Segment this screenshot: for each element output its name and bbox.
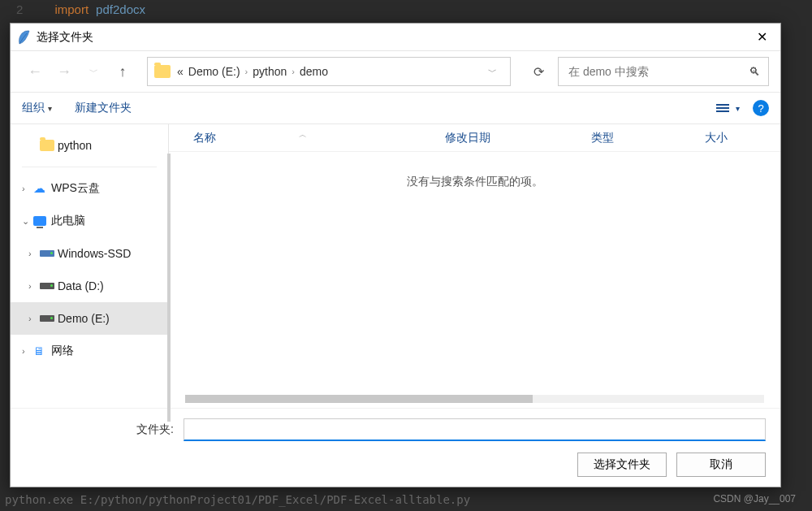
tree-label: Data (D:) — [58, 279, 104, 292]
help-button[interactable]: ? — [753, 100, 769, 116]
folder-picker-dialog: 选择文件夹 ✕ ← → ﹀ ↑ « Demo (E:) › python › d… — [10, 23, 781, 487]
tree-item-drive-d[interactable]: › Data (D:) — [11, 270, 168, 302]
title-bar: 选择文件夹 ✕ — [11, 24, 780, 51]
toolbar: 组织▾ 新建文件夹 ▾ ? — [11, 92, 780, 124]
tree-item-wps-cloud[interactable]: ›☁ WPS云盘 — [11, 172, 168, 205]
tree-item-this-pc[interactable]: ⌄ 此电脑 — [11, 205, 168, 237]
module-name: pdf2docx — [96, 2, 145, 16]
tree-label: 此电脑 — [51, 214, 85, 228]
up-button[interactable]: ↑ — [110, 58, 136, 84]
scrollbar-thumb[interactable] — [185, 395, 533, 403]
button-row: 选择文件夹 取消 — [25, 453, 766, 477]
tree-item-drive-c[interactable]: › Windows-SSD — [11, 237, 168, 270]
folder-icon — [154, 65, 171, 78]
breadcrumb-dropdown[interactable]: ﹀ — [482, 66, 503, 78]
search-icon[interactable]: 🔍︎ — [749, 65, 760, 78]
select-folder-button[interactable]: 选择文件夹 — [577, 453, 667, 477]
column-size[interactable]: 大小 — [680, 131, 780, 145]
cancel-button[interactable]: 取消 — [676, 453, 766, 477]
empty-message: 没有与搜索条件匹配的项。 — [169, 175, 780, 189]
monitor-icon — [33, 216, 46, 226]
line-number: 2 — [16, 2, 23, 16]
navigation-tree: python ›☁ WPS云盘 ⌄ 此电脑 › Windows-SSD › Da… — [11, 124, 169, 408]
forward-button[interactable]: → — [51, 58, 77, 84]
column-name[interactable]: 名称 ︿ — [169, 131, 421, 145]
tree-item-network[interactable]: ›🖥 网络 — [11, 335, 168, 367]
tree-label: Windows-SSD — [58, 247, 131, 260]
chevron-down-icon: ▾ — [48, 104, 52, 113]
chevron-right-icon: › — [245, 67, 248, 76]
dialog-footer: 文件夹: 选择文件夹 取消 — [11, 408, 780, 487]
close-button[interactable]: ✕ — [749, 29, 774, 45]
address-bar[interactable]: « Demo (E:) › python › demo ﹀ — [147, 57, 511, 86]
view-options-button[interactable] — [713, 102, 732, 114]
terminal-output: python.exe E:/python/pythonProject01/PDF… — [0, 493, 812, 511]
organize-label: 组织 — [22, 101, 45, 114]
chevron-right-icon: › — [292, 67, 295, 76]
tree-label: 网络 — [51, 344, 74, 358]
column-label: 名称 — [193, 131, 216, 144]
navigation-row: ← → ﹀ ↑ « Demo (E:) › python › demo ﹀ ⟳ … — [11, 51, 780, 92]
tree-item-drive-e[interactable]: › Demo (E:) — [11, 302, 168, 335]
organize-menu[interactable]: 组织▾ — [22, 101, 52, 115]
refresh-button[interactable]: ⟳ — [522, 57, 555, 86]
folder-name-row: 文件夹: — [25, 418, 766, 441]
column-type[interactable]: 类型 — [567, 131, 680, 145]
drive-icon — [40, 250, 54, 257]
folder-label: 文件夹: — [25, 422, 184, 437]
horizontal-scrollbar[interactable] — [185, 395, 764, 403]
column-headers: 名称 ︿ 修改日期 类型 大小 — [169, 124, 780, 152]
breadcrumb-segment[interactable]: Demo (E:) — [188, 65, 240, 78]
recent-dropdown[interactable]: ﹀ — [80, 58, 106, 84]
network-icon: 🖥 — [33, 344, 45, 357]
column-modified[interactable]: 修改日期 — [421, 131, 567, 145]
breadcrumb-segment[interactable]: demo — [300, 65, 328, 78]
folder-name-input[interactable] — [184, 418, 766, 441]
tree-item-python[interactable]: python — [11, 129, 168, 162]
cloud-icon: ☁ — [33, 181, 45, 196]
tree-label: WPS云盘 — [51, 181, 100, 196]
chevron-down-icon[interactable]: ▾ — [736, 104, 740, 113]
keyword: import — [54, 2, 89, 16]
sort-indicator-icon: ︿ — [299, 129, 307, 141]
breadcrumb-prefix: « — [177, 65, 184, 78]
breadcrumb-segment[interactable]: python — [253, 65, 287, 78]
back-button[interactable]: ← — [22, 58, 48, 84]
app-icon — [17, 30, 30, 45]
file-list-area: 名称 ︿ 修改日期 类型 大小 没有与搜索条件匹配的项。 — [169, 124, 780, 408]
new-folder-button[interactable]: 新建文件夹 — [75, 101, 132, 115]
watermark: CSDN @Jay__007 — [713, 493, 796, 505]
drive-icon — [40, 315, 54, 322]
dialog-body: python ›☁ WPS云盘 ⌄ 此电脑 › Windows-SSD › Da… — [11, 124, 780, 408]
folder-icon — [40, 140, 54, 151]
dialog-title: 选择文件夹 — [37, 30, 749, 45]
tree-label: Demo (E:) — [58, 312, 110, 325]
editor-background: 2 import pdf2docx — [0, 0, 812, 20]
tree-label: python — [58, 139, 92, 152]
search-input[interactable] — [567, 64, 749, 79]
search-box[interactable]: 🔍︎ — [558, 57, 769, 86]
drive-icon — [40, 283, 54, 289]
